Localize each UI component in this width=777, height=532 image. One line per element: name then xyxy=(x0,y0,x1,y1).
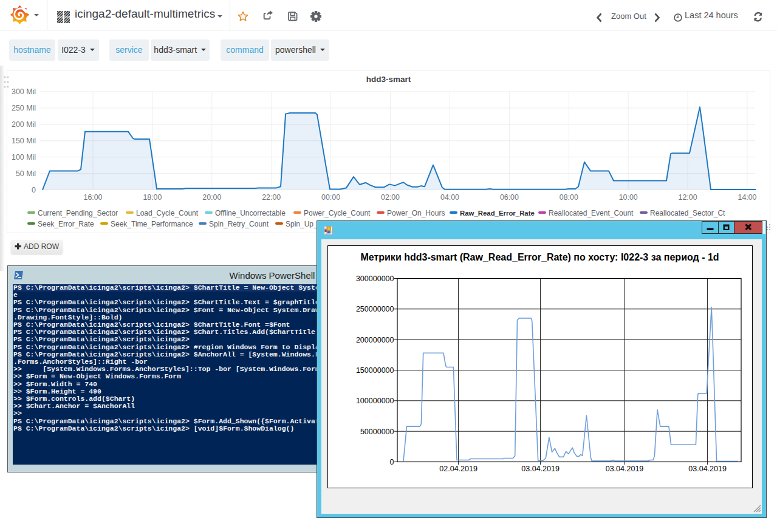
svg-text:100000000: 100000000 xyxy=(356,397,394,405)
svg-text:150000000: 150000000 xyxy=(356,366,394,375)
svg-text:03.04.2019: 03.04.2019 xyxy=(688,465,727,473)
svg-text:03.04.2019: 03.04.2019 xyxy=(606,465,644,473)
svg-text:02.04.2019: 02.04.2019 xyxy=(439,465,477,473)
svg-text:0: 0 xyxy=(390,458,394,466)
svg-text:50000000: 50000000 xyxy=(360,428,394,436)
svg-text:250000000: 250000000 xyxy=(356,305,394,313)
svg-text:200000000: 200000000 xyxy=(356,336,394,344)
svg-text:300000000: 300000000 xyxy=(356,275,394,283)
svg-text:03.04.2019: 03.04.2019 xyxy=(521,465,560,473)
